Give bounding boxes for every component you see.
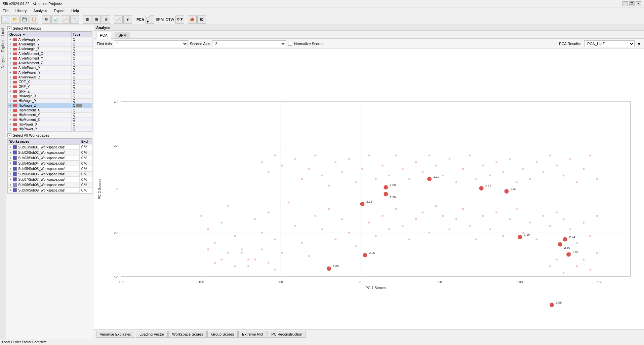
side-tab-load[interactable]: Load (0, 26, 5, 38)
toolbar-b1[interactable]: ▦ (83, 15, 91, 24)
expander-icon[interactable]: + (9, 80, 11, 84)
expander-icon[interactable]: + (9, 38, 11, 41)
tab-loading-vector[interactable]: Loading Vector (136, 331, 168, 338)
workspace-row[interactable]: + Sub09\Sub09_Workspace.cmz\ 0 % (8, 187, 92, 193)
group-row[interactable]: + GRF_X Q (8, 80, 92, 84)
group-row[interactable]: + AnklePower_Z Q (8, 75, 92, 80)
toolbar-new[interactable]: 📄 (1, 15, 10, 24)
toolbar-b2[interactable]: ⊞ (92, 15, 101, 24)
minimize-button[interactable]: — (622, 1, 628, 6)
group-row[interactable]: + HipAngle_X Q (8, 94, 92, 99)
select-all-groups-checkbox[interactable]: ✓ (7, 26, 11, 30)
workspace-row[interactable]: + Sub03\Sub03_Workspace.cmz\ 0 % (8, 155, 92, 161)
ws-expander-icon[interactable]: + (10, 156, 12, 160)
expander-icon[interactable]: + (9, 66, 11, 70)
workspace-row[interactable]: + Sub04\Sub04_Workspace.cmz\ 0 % (8, 161, 92, 166)
ws-expander-icon[interactable]: + (10, 172, 12, 176)
expander-icon[interactable]: + (9, 75, 11, 79)
group-row[interactable]: + HipPower_X Q (8, 122, 92, 127)
expander-icon[interactable]: + (9, 123, 11, 126)
groups-table-container[interactable]: Groups ▼ Type + AnkleAngle_X Q + AnkleAn… (7, 31, 92, 132)
group-row[interactable]: + AnkleAngle_Z Q (8, 47, 92, 51)
expander-icon[interactable]: + (9, 57, 11, 60)
menu-library[interactable]: Library (14, 9, 28, 13)
expander-icon[interactable]: + (9, 113, 11, 117)
group-row[interactable]: + HipAngle_Y Q (8, 99, 92, 103)
side-tab-explore[interactable]: Explore (0, 38, 5, 54)
tab-pc-reconstruction[interactable]: PC Reconstruction (268, 331, 306, 338)
group-row[interactable]: + AnklePower_X Q (8, 66, 92, 70)
toolbar-export1[interactable]: 📤 (188, 15, 197, 24)
select-all-workspaces-checkbox[interactable]: ✓ (7, 133, 11, 137)
tab-pca[interactable]: PCA (96, 32, 111, 39)
expander-icon[interactable]: + (9, 90, 11, 93)
workspaces-table-container[interactable]: Workspaces Excl + Sub01\Sub01_Workspace.… (7, 138, 92, 194)
toolbar-export2[interactable]: 🖼 (197, 15, 206, 24)
close-button[interactable]: ✕ (636, 1, 641, 6)
toolbar-arrow[interactable]: ▼ (123, 15, 132, 24)
workspace-row[interactable]: + Sub05\Sub05_Workspace.cmz\ 0 % (8, 166, 92, 171)
toolbar-b3[interactable]: ⊟ (102, 15, 110, 24)
expander-icon[interactable]: + (9, 104, 11, 107)
expander-icon[interactable]: + (9, 61, 11, 65)
ws-expander-icon[interactable]: + (10, 167, 12, 171)
expander-icon[interactable]: + (9, 42, 11, 46)
normalize-checkbox[interactable] (288, 42, 292, 46)
pca-results-select[interactable]: PCA_HipZ (584, 40, 635, 47)
group-row[interactable]: + HipAngle_Z Q — (8, 103, 92, 108)
expander-icon[interactable]: + (9, 47, 11, 51)
group-row[interactable]: + GRF_Z Q (8, 89, 92, 94)
workspace-row[interactable]: + Sub01\Sub01_Workspace.cmz\ 0 % (8, 144, 92, 150)
workspace-row[interactable]: + Sub06\Sub06_Workspace.cmz\ 0 % (8, 171, 92, 177)
toolbar-dtw2[interactable]: ⚙▼ (175, 15, 184, 24)
tab-workspace-scores[interactable]: Workspace Scores (168, 331, 207, 338)
menu-help[interactable]: Help (70, 9, 80, 13)
group-row[interactable]: + HipPower_Y Q (8, 127, 92, 132)
menu-analysis[interactable]: Analysis (32, 9, 48, 13)
toolbar-save-as[interactable]: 📋 (30, 15, 38, 24)
ws-expander-icon[interactable]: + (10, 145, 12, 149)
expander-icon[interactable]: + (9, 118, 11, 122)
ws-expander-icon[interactable]: + (10, 151, 12, 154)
tab-extreme-plot[interactable]: Extreme Plot (238, 331, 267, 338)
ws-expander-icon[interactable]: + (10, 178, 12, 181)
group-row[interactable]: + AnkleMoment_Z Q (8, 61, 92, 66)
expander-icon[interactable]: + (9, 52, 11, 56)
expander-icon[interactable]: + (9, 108, 11, 112)
toolbar-data[interactable]: 📉 (70, 15, 79, 24)
toolbar-open[interactable]: 📂 (11, 15, 19, 24)
toolbar-save[interactable]: 💾 (20, 15, 29, 24)
group-row[interactable]: + HipMoment_Y Q (8, 113, 92, 117)
group-row[interactable]: + AnkleMoment_Y Q (8, 56, 92, 61)
tab-variance-explained[interactable]: Variance Explained (96, 331, 135, 338)
first-axis-select[interactable]: 1 2 3 (114, 40, 188, 47)
workspace-row[interactable]: + Sub02\Sub02_Workspace.cmz\ 0 % (8, 150, 92, 155)
group-row[interactable]: + HipMoment_X Q (8, 108, 92, 113)
expander-icon[interactable]: + (9, 94, 11, 98)
toolbar-table[interactable]: 📊 (51, 15, 60, 24)
side-tab-analyse[interactable]: Analyse (0, 55, 5, 71)
workspace-row[interactable]: + Sub08\Sub08_Workspace.cmz\ 0 % (8, 182, 92, 187)
menu-export[interactable]: Export (52, 9, 66, 13)
group-row[interactable]: + HipMoment_Z Q (8, 117, 92, 122)
ws-expander-icon[interactable]: + (10, 162, 12, 165)
group-row[interactable]: + AnkleAngle_X Q (8, 37, 92, 42)
group-row[interactable]: + AnklePower_Y Q (8, 70, 92, 75)
toolbar-pca2[interactable]: 📈▼ (146, 15, 154, 24)
tab-group-scores[interactable]: Group Scores (207, 331, 238, 338)
menu-file[interactable]: File (1, 9, 10, 13)
ws-expander-icon[interactable]: + (10, 188, 12, 192)
tab-spm[interactable]: SPM (115, 32, 130, 38)
expander-icon[interactable]: + (9, 85, 11, 89)
expander-icon[interactable]: + (9, 127, 11, 131)
restore-button[interactable]: ❐ (629, 1, 635, 6)
group-row[interactable]: + AnkleMoment_X Q (8, 51, 92, 56)
group-row[interactable]: + AnkleAngle_Y Q (8, 42, 92, 47)
toolbar-settings[interactable]: ⚙ (42, 15, 51, 24)
expander-icon[interactable]: + (9, 71, 11, 74)
group-row[interactable]: + GRF_Y Q (8, 84, 92, 89)
expander-icon[interactable]: + (9, 99, 11, 103)
ws-expander-icon[interactable]: + (10, 183, 12, 187)
toolbar-chart[interactable]: 📈 (61, 15, 70, 24)
results-dropdown-icon[interactable]: ▼ (637, 41, 641, 46)
